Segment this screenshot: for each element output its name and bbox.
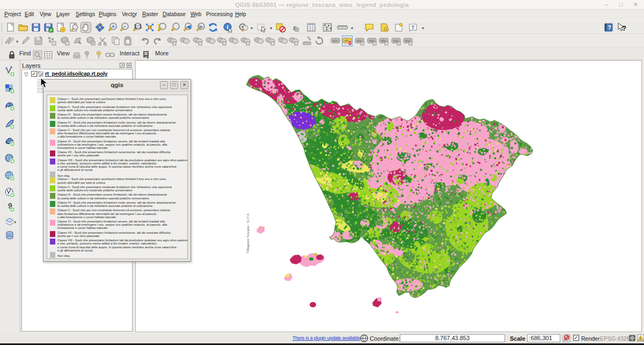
svg-text:?: ? xyxy=(622,24,626,32)
svg-text:+: + xyxy=(112,24,115,30)
svg-text:abc: abc xyxy=(332,39,339,42)
svg-text:?: ? xyxy=(608,24,611,31)
svg-text:+: + xyxy=(385,27,388,32)
svg-text:▶: ▶ xyxy=(199,24,204,30)
svg-text:!: ! xyxy=(640,337,641,341)
svg-text:T: T xyxy=(412,25,415,30)
svg-text:+: + xyxy=(62,27,64,32)
svg-text:1:1: 1:1 xyxy=(134,24,142,30)
svg-text:−: − xyxy=(123,24,127,30)
svg-text:◀: ◀ xyxy=(186,24,191,30)
svg-text:i: i xyxy=(226,24,228,30)
